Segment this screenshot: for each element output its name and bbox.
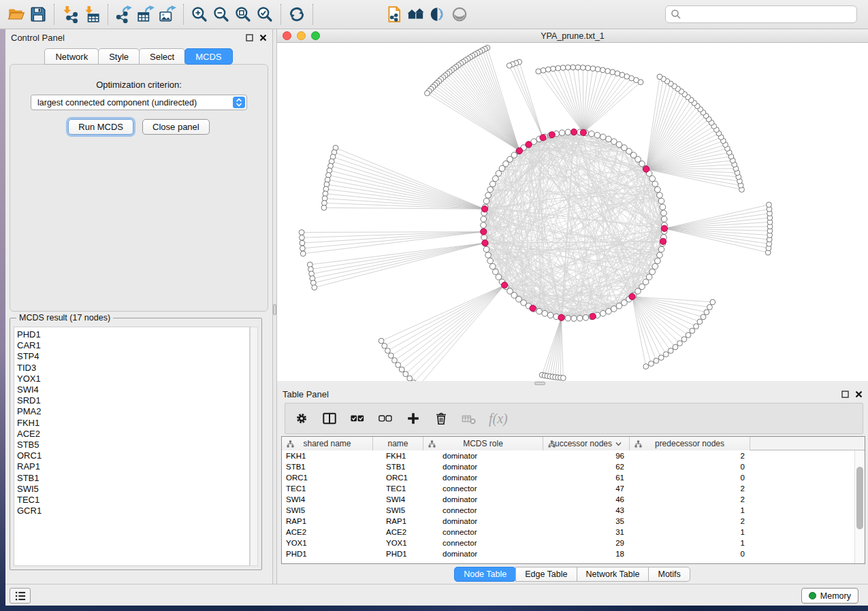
close-panel-icon[interactable] [855,391,863,398]
birds-eye-view-button[interactable] [449,3,470,26]
table-row[interactable]: ACE2ACE2connector311 [282,527,865,538]
toggle-graphics-details-button[interactable] [427,3,449,26]
desktop-wallpaper-bottom [0,606,868,611]
show-columns-button[interactable] [321,410,338,427]
table-scrollbar-thumb[interactable] [856,467,863,529]
toolbar-separator [54,4,54,24]
table-tab-node-table[interactable]: Node Table [454,567,516,582]
deselect-all-columns-button[interactable] [377,410,393,427]
mcds-result-item[interactable]: SWI5 [17,484,249,495]
vertical-splitter[interactable] [272,29,277,584]
table-row[interactable]: PHD1PHD1dominator180 [282,548,865,559]
zoom-fit-icon [234,5,252,23]
table-row[interactable]: RAP1RAP1dominator352 [282,516,865,527]
eye-icon [451,5,468,23]
mcds-result-item[interactable]: SWI4 [17,384,249,395]
task-history-button[interactable] [10,588,31,604]
cell-name: FKH1 [373,452,423,460]
table-tab-motifs[interactable]: Motifs [648,567,690,582]
column-header-successor-nodes[interactable]: successor nodes [543,437,630,450]
column-header-predecessor-nodes[interactable]: predecessor nodes [630,437,750,450]
table-tab-network-table[interactable]: Network Table [577,567,649,582]
column-label: name [387,439,408,448]
close-panel-button[interactable]: Close panel [142,119,210,135]
cell-shared-name: TEC1 [282,484,373,493]
float-panel-icon[interactable] [246,34,253,42]
horizontal-splitter[interactable] [277,381,868,386]
tab-mcds[interactable]: MCDS [184,48,232,65]
table-row[interactable]: FKH1FKH1dominator962 [282,450,865,461]
column-header-mcds-role[interactable]: MCDS role [423,437,543,450]
zoom-out-icon [212,5,230,23]
mcds-result-item[interactable]: SRD1 [17,395,249,406]
table-row[interactable]: STB1STB1dominator620 [282,461,865,472]
tab-select[interactable]: Select [139,48,185,65]
mcds-result-item[interactable]: YOX1 [17,374,249,384]
import-network-button[interactable] [59,3,81,26]
import-table-button[interactable] [81,3,103,26]
main-toolbar [0,0,868,29]
tab-network[interactable]: Network [44,48,99,65]
create-column-button[interactable] [405,410,421,427]
window-minimize-button[interactable] [297,31,306,40]
window-maximize-button[interactable] [311,31,320,40]
cell-mcds-role: connector [423,484,543,493]
table-row[interactable]: YOX1YOX1connector291 [282,538,865,548]
mcds-list-scrollbar[interactable] [250,327,258,566]
mcds-result-item[interactable]: GCR1 [17,506,249,516]
table-settings-button[interactable] [293,410,310,427]
float-panel-icon[interactable] [841,391,849,398]
export-table-button[interactable] [135,3,157,26]
mcds-result-item[interactable]: TEC1 [17,495,249,506]
mcds-result-item[interactable]: CAR1 [17,340,249,351]
cell-name: STB1 [373,463,423,471]
delete-column-button[interactable] [433,410,449,427]
save-session-button[interactable] [27,3,49,26]
search-input[interactable] [665,5,857,23]
optimization-criterion-select[interactable]: largest connected component (undirected) [31,95,247,110]
table-toolbar: f(x) [285,403,863,434]
column-header-name[interactable]: name [373,437,423,450]
export-image-button[interactable] [157,3,178,26]
open-file-button[interactable] [5,3,27,26]
close-panel-icon[interactable] [259,34,267,42]
cell-shared-name: ACE2 [282,528,373,536]
horizontal-splitter-handle[interactable] [534,382,545,385]
memory-button[interactable]: Memory [801,588,858,604]
window-close-button[interactable] [283,31,291,40]
zoom-out-button[interactable] [210,3,232,26]
mcds-result-item[interactable]: ORC1 [17,450,249,461]
table-row[interactable]: ORC1ORC1dominator610 [282,472,865,483]
export-network-button[interactable] [113,3,135,26]
table-tab-edge-table[interactable]: Edge Table [515,567,577,582]
mcds-result-item[interactable]: FKH1 [17,418,249,429]
table-row[interactable]: SWI4SWI4dominator462 [282,494,865,505]
run-mcds-button[interactable]: Run MCDS [68,119,133,135]
refresh-layout-button[interactable] [286,3,308,26]
column-header-shared-name[interactable]: shared name [282,437,373,450]
desktop-wallpaper-left [0,29,5,606]
network-from-document-button[interactable] [383,3,405,26]
mcds-result-item[interactable]: ACE2 [17,429,249,440]
table-row[interactable]: TEC1TEC1connector472 [282,483,865,494]
mcds-result-item[interactable]: STP4 [17,351,249,362]
delete-table-button-disabled [461,410,477,427]
mcds-result-item[interactable]: STB1 [17,473,249,484]
table-row[interactable]: SWI5SWI5connector431 [282,505,865,516]
home-networks-button[interactable] [405,3,427,26]
select-all-columns-button[interactable] [349,410,366,427]
zoom-selected-button[interactable] [254,3,276,26]
vertical-splitter-handle[interactable] [273,304,276,315]
zoom-fit-button[interactable] [232,3,254,26]
mcds-result-item[interactable]: PMA2 [17,406,249,417]
table-scrollbar[interactable] [854,450,865,563]
network-canvas[interactable] [277,43,868,381]
mcds-result-item[interactable]: STB5 [17,440,249,450]
tab-style[interactable]: Style [98,48,140,65]
mcds-result-item[interactable]: PHD1 [17,329,249,340]
zoom-in-button[interactable] [189,3,210,26]
mcds-result-item[interactable]: RAP1 [17,461,249,472]
mcds-result-group: MCDS result (17 nodes) PHD1CAR1STP4TID3Y… [10,318,262,570]
mcds-result-item[interactable]: TID3 [17,363,249,374]
cell-name: PHD1 [373,550,423,558]
